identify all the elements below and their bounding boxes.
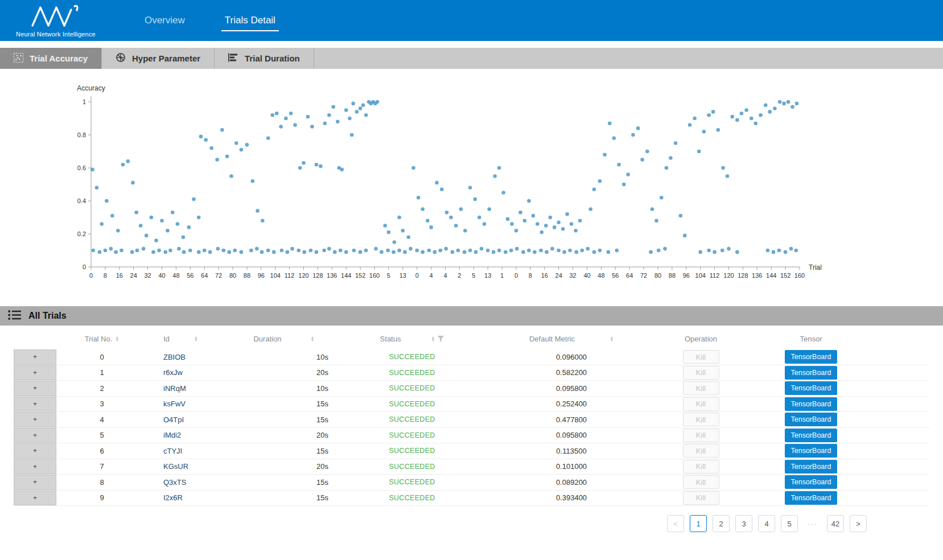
expand-row-button[interactable]: +	[14, 428, 56, 443]
cell-trial-no: 3	[56, 400, 147, 408]
pagination: < 1 2 3 4 5 ··· 42 >	[0, 515, 867, 532]
nni-logo: Neural Network Intelligence	[16, 4, 96, 38]
cell-id: r6xJw	[147, 368, 233, 377]
svg-text:32: 32	[569, 272, 576, 279]
kill-button[interactable]: Kill	[683, 429, 719, 442]
tensorboard-button[interactable]: TensorBoard	[785, 475, 837, 489]
pagination-page-4[interactable]: 4	[758, 515, 775, 532]
kill-button[interactable]: Kill	[683, 381, 719, 395]
sort-icon[interactable]: ▲▼	[194, 336, 198, 341]
svg-text:0: 0	[415, 272, 419, 279]
cell-id: iNRqM	[147, 384, 233, 393]
cell-default-metric: 0.113500	[489, 447, 654, 455]
svg-text:24: 24	[130, 272, 137, 279]
tab-trial-duration[interactable]: Trial Duration	[215, 48, 314, 69]
tab-trial-accuracy[interactable]: Trial Accuracy	[0, 48, 102, 69]
cell-status: SUCCEEDED	[335, 494, 489, 502]
nav-tab-overview[interactable]: Overview	[141, 10, 188, 31]
expand-row-button[interactable]: +	[14, 349, 56, 365]
svg-text:56: 56	[612, 272, 619, 279]
tensorboard-button[interactable]: TensorBoard	[785, 397, 837, 411]
svg-text:0: 0	[83, 263, 86, 270]
tensorboard-button[interactable]: TensorBoard	[785, 413, 837, 426]
svg-text:Accuracy: Accuracy	[77, 84, 105, 92]
cell-status: SUCCEEDED	[335, 447, 489, 455]
accuracy-chart-section: 00.20.40.60.8108162432404856647280889610…	[0, 79, 943, 283]
tensorboard-button[interactable]: TensorBoard	[785, 366, 837, 380]
svg-text:13: 13	[484, 272, 491, 279]
cell-trial-no: 5	[56, 431, 147, 439]
pagination-page-2[interactable]: 2	[713, 515, 730, 532]
column-tensor: Tensor	[748, 335, 874, 343]
sort-icon[interactable]: ▲▼	[610, 336, 613, 341]
top-navbar: Neural Network Intelligence Overview Tri…	[0, 0, 943, 41]
svg-text:120: 120	[298, 272, 308, 279]
tensorboard-button[interactable]: TensorBoard	[785, 444, 837, 458]
column-operation: Operation	[654, 335, 748, 343]
cell-default-metric: 0.096000	[489, 353, 654, 361]
svg-text:4: 4	[443, 272, 447, 279]
table-row: + 2 iNRqM 10s SUCCEEDED 0.095800 Kill Te…	[14, 381, 929, 397]
tensorboard-button[interactable]: TensorBoard	[785, 350, 837, 364]
cell-id: I2x6R	[147, 493, 233, 502]
expand-row-button[interactable]: +	[14, 443, 56, 459]
expand-row-button[interactable]: +	[14, 381, 56, 396]
kill-button[interactable]: Kill	[683, 350, 719, 364]
svg-text:13: 13	[400, 272, 406, 279]
tensorboard-button[interactable]: TensorBoard	[785, 429, 837, 442]
pagination-page-3[interactable]: 3	[735, 515, 752, 532]
nav-tab-trials-detail[interactable]: Trials Detail	[221, 10, 279, 31]
cell-status: SUCCEEDED	[335, 353, 489, 361]
pagination-page-last[interactable]: 42	[827, 515, 844, 532]
svg-text:0.2: 0.2	[77, 230, 86, 237]
table-row: + 6 cTYJI 15s SUCCEEDED 0.113500 Kill Te…	[14, 443, 929, 459]
tensorboard-button[interactable]: TensorBoard	[785, 491, 837, 505]
kill-button[interactable]: Kill	[683, 413, 719, 426]
svg-text:40: 40	[583, 272, 590, 279]
expand-row-button[interactable]: +	[14, 365, 56, 381]
tab-label: Trial Duration	[245, 53, 300, 63]
kill-button[interactable]: Kill	[683, 397, 719, 411]
cell-default-metric: 0.089200	[489, 478, 654, 487]
expand-row-button[interactable]: +	[14, 412, 56, 427]
column-label: Default Metric	[529, 335, 575, 343]
expand-row-button[interactable]: +	[14, 459, 56, 475]
sort-icon[interactable]: ▲▼	[115, 336, 119, 341]
trials-table: Trial No. ▲▼ Id ▲▼ Duration ▲▼ Status ▲▼…	[14, 328, 929, 506]
expand-row-button[interactable]: +	[14, 475, 56, 490]
svg-text:72: 72	[640, 272, 647, 279]
cell-trial-no: 2	[56, 384, 147, 393]
cell-trial-no: 0	[56, 353, 147, 361]
pagination-page-5[interactable]: 5	[781, 515, 798, 532]
tab-hyper-parameter[interactable]: Hyper Parameter	[102, 48, 215, 69]
filter-icon[interactable]	[438, 336, 444, 342]
cell-duration: 15s	[233, 478, 335, 487]
tensorboard-button[interactable]: TensorBoard	[785, 460, 837, 473]
kill-button[interactable]: Kill	[683, 491, 719, 505]
sort-icon[interactable]: ▲▼	[311, 336, 315, 341]
pagination-ellipsis[interactable]: ···	[804, 515, 821, 532]
sort-icon[interactable]: ▲▼	[431, 336, 435, 341]
kill-button[interactable]: Kill	[683, 460, 719, 473]
cell-default-metric: 0.101000	[489, 462, 654, 471]
pagination-prev-button[interactable]: <	[667, 515, 684, 532]
svg-text:160: 160	[794, 272, 805, 279]
svg-text:1: 1	[83, 98, 86, 105]
nni-logo-icon	[24, 4, 87, 30]
svg-text:0: 0	[89, 272, 93, 279]
cell-status: SUCCEEDED	[335, 369, 489, 377]
expand-row-button[interactable]: +	[14, 491, 56, 506]
kill-button[interactable]: Kill	[683, 444, 719, 458]
expand-row-button[interactable]: +	[14, 397, 56, 412]
tensorboard-button[interactable]: TensorBoard	[785, 381, 837, 395]
cell-trial-no: 9	[56, 493, 147, 502]
kill-button[interactable]: Kill	[683, 475, 719, 489]
cell-id: ksFwV	[147, 400, 233, 408]
svg-text:16: 16	[541, 272, 548, 279]
pagination-next-button[interactable]: >	[850, 515, 867, 532]
pagination-page-1[interactable]: 1	[690, 515, 707, 532]
kill-button[interactable]: Kill	[683, 366, 719, 380]
cell-status: SUCCEEDED	[335, 400, 489, 408]
cell-duration: 10s	[233, 353, 335, 361]
svg-text:88: 88	[244, 272, 250, 279]
